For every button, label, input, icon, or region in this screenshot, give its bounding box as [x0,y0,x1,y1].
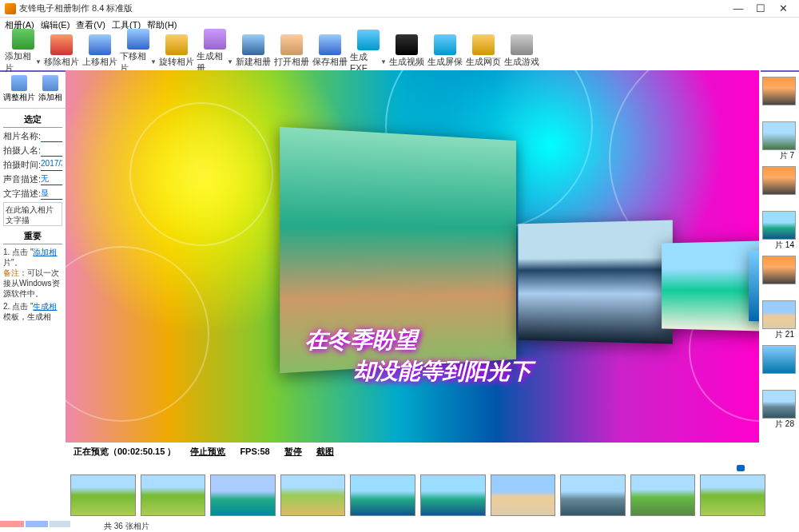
scrollbar-handle[interactable] [737,465,745,471]
filmstrip-thumbnail[interactable] [420,474,486,516]
sidebar-添加相[interactable]: 添加相 [38,75,62,106]
screenshot-button[interactable]: 截图 [316,446,334,458]
tab-indicator[interactable] [50,521,70,527]
sidebar-label: 添加相 [38,92,62,103]
toolbar-下移相片[interactable]: 下移相片▼ [120,29,157,74]
right-thumbnail-list[interactable]: 片 7片 14片 21片 28 [761,73,799,462]
toolbar-icon [12,29,34,50]
toolbar-生成游戏[interactable]: 生成游戏 [503,34,540,68]
thumbnail-item[interactable] [762,77,796,118]
description-textarea[interactable]: 在此输入相片文字描 [3,202,62,226]
bottom-thumbnail-strip[interactable] [70,474,765,521]
sidebar-icon [11,75,27,91]
maximize-button[interactable]: ☐ [749,2,772,16]
toolbar-添加相片[interactable]: 添加相片▼ [5,29,42,74]
close-button[interactable]: ✕ [772,2,794,16]
shot-time-input[interactable]: 2017/3/7 [41,159,62,171]
dropdown-icon[interactable]: ▼ [35,58,42,66]
thumbnail-item[interactable] [762,345,796,387]
dropdown-icon[interactable]: ▼ [380,58,387,66]
sidebar-label: 调整相片 [3,92,35,103]
add-photo-link[interactable]: 添加相 [33,248,57,256]
toolbar-生成视频[interactable]: 生成视频 [388,34,425,68]
toolbar-label: 生成 EXE [350,51,380,73]
toolbar-icon [472,34,495,55]
menu-item[interactable]: 查看(V) [76,19,105,31]
thumbnail-item[interactable]: 片 14 [762,211,796,252]
thumbnail-item[interactable]: 片 21 [762,300,796,342]
toolbar-icon [165,34,188,55]
toolbar-label: 打开相册 [274,56,309,68]
timeline-scrollbar[interactable] [66,465,761,473]
toolbar-label: 添加相片 [5,50,34,74]
toolbar-生成相册[interactable]: 生成相册▼ [197,29,233,74]
text-desc-input[interactable]: 显 [41,188,62,200]
dropdown-icon[interactable]: ▼ [150,58,157,66]
toolbar-打开相册[interactable]: 打开相册 [273,34,310,68]
toolbar-保存相册[interactable]: 保存相册 [312,34,348,68]
toolbar-label: 移除相片 [44,56,79,68]
shot-time-label: 拍摄时间: [3,159,41,171]
preview-status-bar: 正在预览（00:02:50.15 ） 停止预览 FPS:58 暂停 截图 [66,443,761,460]
toolbar-label: 生成网页 [466,56,501,68]
slide-photo-4 [749,249,759,323]
thumbnail-label: 片 7 [762,150,796,161]
toolbar-label: 生成屏保 [427,56,463,68]
thumbnail-image [762,345,796,374]
thumbnail-item[interactable]: 片 28 [762,390,796,431]
photo-name-input[interactable] [41,130,62,142]
toolbar-移除相片[interactable]: 移除相片 [43,34,80,68]
filmstrip-thumbnail[interactable] [560,474,626,516]
lyric-text: 在冬季盼望 却没能等到阳光下 [305,324,532,387]
section-header-tips: 重要 [3,228,62,244]
filmstrip-thumbnail[interactable] [630,474,696,516]
filmstrip-thumbnail[interactable] [280,474,346,516]
stop-preview-button[interactable]: 停止预览 [190,446,225,458]
sound-desc-label: 声音描述: [3,173,41,185]
toolbar-label: 上移相片 [82,56,117,68]
thumbnail-item[interactable]: 片 7 [762,121,796,163]
sound-desc-input[interactable]: 无 [41,173,62,185]
app-icon [5,3,16,14]
toolbar-icon [280,34,303,55]
toolbar-新建相册[interactable]: 新建相册 [235,34,272,68]
thumbnail-item[interactable] [762,166,796,208]
toolbar-旋转相片[interactable]: 旋转相片 [158,34,195,68]
pause-button[interactable]: 暂停 [284,446,302,458]
tab-indicator[interactable] [0,521,24,527]
sidebar-调整相片[interactable]: 调整相片 [3,75,35,106]
minimize-button[interactable]: — [727,2,749,16]
tip-2: 2. 点击 "生成相模板，生成相 [3,301,62,322]
toolbar-icon [242,34,264,55]
toolbar-生成 EXE[interactable]: 生成 EXE▼ [350,30,387,73]
bottom-left-tabs[interactable] [0,521,70,529]
filmstrip-thumbnail[interactable] [700,474,765,516]
tab-indicator[interactable] [26,521,48,527]
photographer-input[interactable] [41,145,62,157]
photo-count: 共 36 张相片 [104,522,149,530]
dropdown-icon[interactable]: ▼ [227,58,233,66]
menu-item[interactable]: 编辑(E) [41,19,70,31]
toolbar-icon [89,34,111,55]
filmstrip-thumbnail[interactable] [350,474,415,516]
filmstrip-thumbnail[interactable] [210,474,276,516]
toolbar-icon [511,34,533,55]
section-header-selected: 选定 [3,112,62,128]
filmstrip-thumbnail[interactable] [491,474,556,516]
bokeh-circle [66,246,209,422]
thumbnail-image [762,300,796,329]
toolbar-生成网页[interactable]: 生成网页 [465,34,502,68]
toolbar-label: 生成游戏 [504,56,539,68]
toolbar-icon [396,34,418,55]
filmstrip-thumbnail[interactable] [70,474,136,516]
toolbar-生成屏保[interactable]: 生成屏保 [427,34,463,68]
thumbnail-image [762,121,796,150]
fps-counter: FPS:58 [240,447,269,456]
preview-canvas[interactable]: 在冬季盼望 却没能等到阳光下 [66,70,759,443]
toolbar-上移相片[interactable]: 上移相片 [81,34,118,68]
thumbnail-label: 片 28 [762,419,796,430]
thumbnail-item[interactable] [762,256,796,297]
filmstrip-thumbnail[interactable] [141,474,206,516]
photographer-label: 拍摄人名: [3,145,41,157]
generate-album-link[interactable]: 生成相 [33,302,57,311]
